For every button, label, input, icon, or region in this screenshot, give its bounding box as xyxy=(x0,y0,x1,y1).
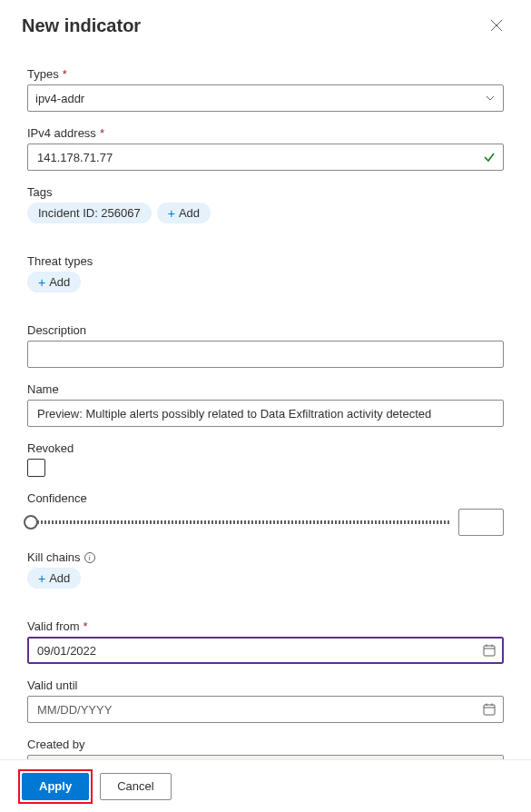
plus-icon: + xyxy=(38,276,45,289)
svg-rect-4 xyxy=(484,705,495,715)
label-kill-chains: Kill chains i xyxy=(27,550,504,564)
field-valid-from: Valid from * xyxy=(27,619,504,664)
tag-chip-text: Incident ID: 256067 xyxy=(38,206,141,220)
label-name: Name xyxy=(27,382,504,396)
label-description-text: Description xyxy=(27,323,86,337)
select-types[interactable]: ipv4-addr xyxy=(27,84,504,112)
input-name[interactable] xyxy=(27,400,504,427)
tags-row: Incident ID: 256067 + Add xyxy=(27,203,504,223)
close-button[interactable] xyxy=(484,13,509,38)
field-confidence: Confidence xyxy=(27,491,504,536)
label-valid-until: Valid until xyxy=(27,678,504,692)
input-name-field[interactable] xyxy=(35,401,496,426)
cancel-button[interactable]: Cancel xyxy=(100,773,171,800)
input-ipv4[interactable] xyxy=(27,144,504,171)
panel-title: New indicator xyxy=(22,15,141,36)
input-description-field[interactable] xyxy=(35,342,496,367)
confidence-value-box[interactable] xyxy=(458,509,504,536)
kill-chains-add-button[interactable]: + Add xyxy=(27,568,81,589)
threat-types-add-text: Add xyxy=(49,275,70,289)
input-valid-from-field[interactable] xyxy=(35,638,496,663)
tag-add-text: Add xyxy=(179,206,200,220)
svg-rect-0 xyxy=(484,646,495,656)
field-tags: Tags Incident ID: 256067 + Add xyxy=(27,185,504,223)
tag-chip[interactable]: Incident ID: 256067 xyxy=(27,203,152,223)
calendar-icon[interactable] xyxy=(483,703,496,716)
input-valid-until[interactable] xyxy=(27,696,504,723)
label-threat-types: Threat types xyxy=(27,254,504,268)
panel-header: New indicator xyxy=(0,0,531,45)
label-tags-text: Tags xyxy=(27,185,52,199)
input-valid-until-field[interactable] xyxy=(35,697,496,722)
footer: Apply Cancel xyxy=(0,759,531,812)
label-types: Types * xyxy=(27,67,504,81)
label-valid-until-text: Valid until xyxy=(27,678,77,692)
required-asterisk: * xyxy=(84,619,88,633)
plus-icon: + xyxy=(38,572,45,585)
label-revoked: Revoked xyxy=(27,441,504,455)
checkmark-icon xyxy=(483,151,496,163)
label-tags: Tags xyxy=(27,185,504,199)
required-asterisk: * xyxy=(100,126,104,140)
field-ipv4: IPv4 address * xyxy=(27,126,504,171)
info-icon[interactable]: i xyxy=(84,552,95,563)
select-types-value: ipv4-addr xyxy=(35,92,84,105)
label-description: Description xyxy=(27,323,504,337)
field-valid-until: Valid until xyxy=(27,678,504,723)
field-revoked: Revoked xyxy=(27,441,504,477)
label-ipv4: IPv4 address * xyxy=(27,126,504,140)
label-types-text: Types xyxy=(27,67,59,81)
confidence-slider-row xyxy=(27,509,504,536)
tag-add-button[interactable]: + Add xyxy=(157,203,211,223)
plus-icon: + xyxy=(168,207,175,220)
confidence-slider-thumb[interactable] xyxy=(24,515,38,530)
threat-types-row: + Add xyxy=(27,272,504,292)
kill-chains-row: + Add xyxy=(27,568,504,589)
field-description: Description xyxy=(27,323,504,368)
required-asterisk: * xyxy=(63,67,67,81)
label-confidence-text: Confidence xyxy=(27,491,87,505)
confidence-slider[interactable] xyxy=(27,520,449,524)
calendar-icon[interactable] xyxy=(483,644,496,657)
input-valid-from[interactable] xyxy=(27,637,504,664)
field-created-by: Created by xyxy=(27,738,504,759)
field-kill-chains: Kill chains i + Add xyxy=(27,550,504,589)
close-icon xyxy=(490,19,503,32)
label-ipv4-text: IPv4 address xyxy=(27,126,96,140)
field-name: Name xyxy=(27,382,504,427)
field-types: Types * ipv4-addr xyxy=(27,67,504,112)
apply-highlight-box: Apply xyxy=(18,769,93,804)
label-threat-types-text: Threat types xyxy=(27,254,93,268)
input-description[interactable] xyxy=(27,341,504,368)
chevron-down-icon xyxy=(485,93,496,104)
label-revoked-text: Revoked xyxy=(27,441,74,455)
label-created-by: Created by xyxy=(27,738,504,751)
apply-button[interactable]: Apply xyxy=(22,773,89,800)
form-scroll-area[interactable]: Types * ipv4-addr IPv4 address * Tags xyxy=(0,49,531,759)
input-ipv4-field[interactable] xyxy=(35,144,496,170)
kill-chains-add-text: Add xyxy=(49,571,70,585)
threat-types-add-button[interactable]: + Add xyxy=(27,272,81,292)
label-kill-chains-text: Kill chains xyxy=(27,550,81,564)
label-name-text: Name xyxy=(27,382,59,396)
field-threat-types: Threat types + Add xyxy=(27,254,504,292)
label-created-by-text: Created by xyxy=(27,738,85,751)
label-confidence: Confidence xyxy=(27,491,504,505)
label-valid-from-text: Valid from xyxy=(27,619,80,633)
label-valid-from: Valid from * xyxy=(27,619,504,633)
checkbox-revoked[interactable] xyxy=(27,459,45,477)
